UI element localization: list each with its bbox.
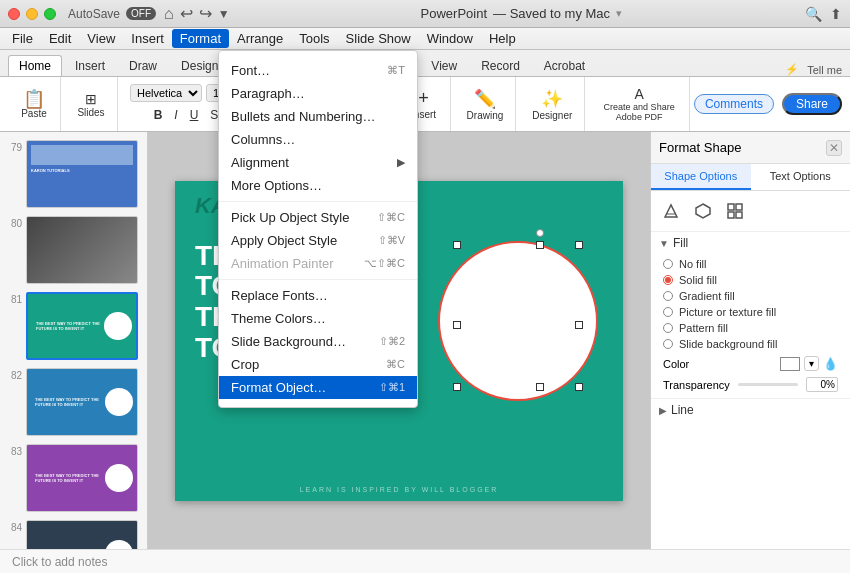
- fp-transparency-slider[interactable]: [738, 383, 798, 386]
- fp-transparency-input[interactable]: [806, 377, 838, 392]
- more-icon[interactable]: ▼: [218, 7, 230, 21]
- menu-format[interactable]: Format: [172, 29, 229, 48]
- menu-item-alignment[interactable]: Alignment ▶: [219, 151, 417, 174]
- slide-circle-container[interactable]: [433, 211, 603, 431]
- fp-color-dropdown[interactable]: ▾: [804, 356, 819, 371]
- fp-radio-pattern-fill[interactable]: [663, 323, 673, 333]
- fp-radio-no-fill[interactable]: [663, 259, 673, 269]
- handle-bot-left[interactable]: [453, 383, 461, 391]
- drawing-button[interactable]: ✏️ Drawing: [463, 86, 508, 123]
- fp-shape-icon[interactable]: [691, 199, 715, 223]
- fp-option-gradient-fill[interactable]: Gradient fill: [659, 288, 842, 304]
- tab-draw[interactable]: Draw: [118, 55, 168, 76]
- share-icon[interactable]: ⬆: [830, 6, 842, 22]
- menu-view[interactable]: View: [79, 29, 123, 48]
- menu-item-crop[interactable]: Crop ⌘C: [219, 353, 417, 376]
- fp-option-slide-bg-fill[interactable]: Slide background fill: [659, 336, 842, 352]
- fp-radio-picture-fill[interactable]: [663, 307, 673, 317]
- fp-radio-gradient-fill[interactable]: [663, 291, 673, 301]
- menu-arrange[interactable]: Arrange: [229, 29, 291, 48]
- slide-thumb-83[interactable]: 83 THE BEST WAY TO PREDICT THE FUTURE IS…: [0, 440, 147, 516]
- title-bar: AutoSave OFF ⌂ ↩ ↪ ▼ PowerPoint — Saved …: [0, 0, 850, 28]
- format-panel-close-button[interactable]: ✕: [826, 140, 842, 156]
- fp-fill-icon[interactable]: [659, 199, 683, 223]
- maximize-button[interactable]: [44, 8, 56, 20]
- menu-item-pick-up-style[interactable]: Pick Up Object Style ⇧⌘C: [219, 206, 417, 229]
- handle-bot-center[interactable]: [536, 383, 544, 391]
- slide-thumb-81[interactable]: 81 THE BEST WAY TO PREDICT THE FUTURE IS…: [0, 288, 147, 364]
- fp-option-solid-fill[interactable]: Solid fill: [659, 272, 842, 288]
- undo-icon[interactable]: ↩: [180, 4, 193, 23]
- menu-item-bullets[interactable]: Bullets and Numbering…: [219, 105, 417, 128]
- handle-mid-right[interactable]: [575, 321, 583, 329]
- menu-insert[interactable]: Insert: [123, 29, 172, 48]
- slide-thumb-82[interactable]: 82 THE BEST WAY TO PREDICT THE FUTURE IS…: [0, 364, 147, 440]
- slide-num-82: 82: [6, 368, 22, 381]
- menu-item-replace-fonts[interactable]: Replace Fonts…: [219, 284, 417, 307]
- menu-item-paragraph[interactable]: Paragraph…: [219, 82, 417, 105]
- menu-slideshow[interactable]: Slide Show: [338, 29, 419, 48]
- menu-item-slide-background[interactable]: Slide Background… ⇧⌘2: [219, 330, 417, 353]
- fp-effects-icon[interactable]: [723, 199, 747, 223]
- notes-bar[interactable]: Click to add notes: [0, 549, 850, 573]
- create-share-adobe-button[interactable]: A Create and Share Adobe PDF: [597, 84, 681, 124]
- format-panel-tabs: Shape Options Text Options: [651, 164, 850, 191]
- rotate-handle[interactable]: [536, 229, 544, 237]
- fp-eyedropper-icon[interactable]: 💧: [823, 357, 838, 371]
- menu-edit[interactable]: Edit: [41, 29, 79, 48]
- handle-top-right[interactable]: [575, 241, 583, 249]
- ribbon-group-designer: ✨ Designer: [520, 77, 585, 131]
- fp-option-picture-fill[interactable]: Picture or texture fill: [659, 304, 842, 320]
- new-slide-button[interactable]: ⊞ Slides: [73, 89, 109, 120]
- font-family-select[interactable]: Helvetica: [130, 84, 202, 102]
- redo-icon[interactable]: ↪: [199, 4, 212, 23]
- tab-shape-options[interactable]: Shape Options: [651, 164, 751, 190]
- slide-thumb-79[interactable]: 79 KARON TUTORIALS: [0, 136, 147, 212]
- tab-insert[interactable]: Insert: [64, 55, 116, 76]
- tell-me[interactable]: Tell me: [807, 64, 842, 76]
- handle-top-center[interactable]: [536, 241, 544, 249]
- fp-fill-header[interactable]: ▼ Fill: [659, 236, 842, 250]
- menu-item-format-object[interactable]: Format Object… ⇧⌘1: [219, 376, 417, 399]
- share-button[interactable]: Share: [782, 93, 842, 115]
- fp-color-swatch[interactable]: [780, 357, 800, 371]
- fp-option-pattern-fill[interactable]: Pattern fill: [659, 320, 842, 336]
- slide-num-83: 83: [6, 444, 22, 457]
- fp-option-no-fill[interactable]: No fill: [659, 256, 842, 272]
- menu-item-apply-style[interactable]: Apply Object Style ⇧⌘V: [219, 229, 417, 252]
- menu-item-theme-colors[interactable]: Theme Colors…: [219, 307, 417, 330]
- handle-top-left[interactable]: [453, 241, 461, 249]
- fp-radio-slide-bg-fill[interactable]: [663, 339, 673, 349]
- fp-radio-solid-fill[interactable]: [663, 275, 673, 285]
- tab-acrobat[interactable]: Acrobat: [533, 55, 596, 76]
- menu-help[interactable]: Help: [481, 29, 524, 48]
- close-button[interactable]: [8, 8, 20, 20]
- menu-item-more-options[interactable]: More Options…: [219, 174, 417, 197]
- autosave-toggle[interactable]: OFF: [126, 7, 156, 20]
- slide-thumb-84[interactable]: 84 THE BEST WAY TO PREDICT THE FUTURE IS…: [0, 516, 147, 549]
- handle-mid-left[interactable]: [453, 321, 461, 329]
- menu-file[interactable]: File: [4, 29, 41, 48]
- bold-button[interactable]: B: [149, 106, 168, 124]
- minimize-button[interactable]: [26, 8, 38, 20]
- tab-home[interactable]: Home: [8, 55, 62, 76]
- underline-button[interactable]: U: [185, 106, 204, 124]
- tab-view[interactable]: View: [420, 55, 468, 76]
- slide-circle[interactable]: [438, 241, 598, 401]
- tab-text-options[interactable]: Text Options: [751, 164, 851, 190]
- menu-window[interactable]: Window: [419, 29, 481, 48]
- home-icon[interactable]: ⌂: [164, 5, 174, 23]
- menu-item-font[interactable]: Font… ⌘T: [219, 59, 417, 82]
- tab-record[interactable]: Record: [470, 55, 531, 76]
- paste-button[interactable]: 📋 Paste: [16, 88, 52, 121]
- slide-thumb-80[interactable]: 80: [0, 212, 147, 288]
- italic-button[interactable]: I: [169, 106, 182, 124]
- handle-bot-right[interactable]: [575, 383, 583, 391]
- comments-button[interactable]: Comments: [694, 94, 774, 114]
- menu-tools[interactable]: Tools: [291, 29, 337, 48]
- designer-button[interactable]: ✨ Designer: [528, 86, 576, 123]
- menu-item-columns[interactable]: Columns…: [219, 128, 417, 151]
- search-icon[interactable]: 🔍: [805, 6, 822, 22]
- format-dropdown-menu[interactable]: Font… ⌘T Paragraph… Bullets and Numberin…: [218, 50, 418, 408]
- fp-line-header[interactable]: ▶ Line: [659, 403, 842, 417]
